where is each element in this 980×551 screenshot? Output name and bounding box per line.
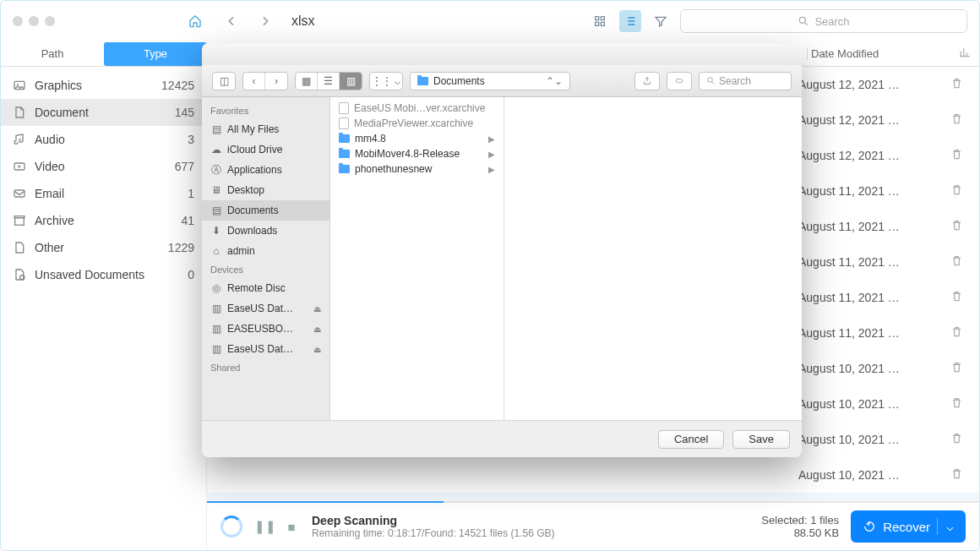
location-select[interactable]: Documents ⌃⌄ (410, 72, 570, 90)
recover-menu[interactable]: ⌵ (937, 518, 954, 535)
list-item[interactable]: mm4.8▶ (330, 131, 504, 146)
location-label: Documents (433, 75, 485, 87)
section-header: Devices (202, 261, 329, 278)
doc-icon (13, 106, 26, 119)
status-bar: ❚❚ ■ Deep Scanning Remaining time: 0:18:… (207, 501, 979, 550)
arch-icon (13, 214, 26, 227)
svg-rect-7 (676, 79, 683, 82)
nav-forward[interactable] (254, 10, 276, 32)
list-item[interactable]: MobiMover4.8-Release▶ (330, 146, 504, 161)
category-unsaved-documents[interactable]: Unsaved Documents0 (1, 261, 206, 288)
delete-icon[interactable] (942, 183, 971, 199)
section-header: Favorites (202, 102, 329, 119)
grid-icon (593, 14, 607, 28)
list-item[interactable]: EaseUS Mobi…ver.xcarchive (330, 101, 504, 116)
delete-icon[interactable] (942, 290, 971, 305)
category-other[interactable]: Other1229 (1, 234, 206, 261)
grid-view-button[interactable] (589, 10, 611, 32)
eject-icon[interactable]: ⏏ (313, 325, 321, 334)
fav-applications[interactable]: ⒶApplications (202, 160, 329, 180)
view-icons[interactable]: ▦ (296, 73, 318, 90)
eject-icon[interactable]: ⏏ (313, 345, 321, 354)
dialog-titlebar[interactable] (202, 43, 802, 65)
folder-icon (339, 165, 350, 173)
delete-icon[interactable] (942, 396, 971, 412)
recover-icon (863, 520, 876, 533)
dialog-search[interactable]: Search (699, 72, 792, 90)
col-date-modified[interactable]: Date Modified (807, 47, 950, 60)
fav-icloud-drive[interactable]: ☁iCloud Drive (202, 139, 329, 160)
audio-icon (13, 133, 26, 146)
share-button[interactable] (634, 72, 660, 90)
sidebar-toggle[interactable]: ◫ (212, 72, 236, 90)
col-chart-icon[interactable] (950, 46, 979, 61)
fav-all-my-files[interactable]: ▤All My Files (202, 119, 329, 139)
category-graphics[interactable]: Graphics12425 (1, 72, 206, 99)
hdd-icon: ▥ (210, 323, 222, 335)
cloud-icon: ☁ (210, 144, 222, 155)
delete-icon[interactable] (942, 361, 971, 376)
device-item[interactable]: ◎Remote Disc (202, 278, 329, 298)
filter-button[interactable] (650, 10, 672, 32)
category-email[interactable]: Email1 (1, 180, 206, 207)
disc-icon: ◎ (210, 282, 222, 294)
chevron-right-icon: ▶ (488, 150, 495, 159)
chevron-right-icon (259, 14, 272, 28)
delete-icon[interactable] (942, 432, 971, 447)
minimize-dot[interactable] (29, 16, 39, 26)
search-box[interactable]: Search (680, 9, 967, 33)
close-dot[interactable] (13, 16, 23, 26)
eject-icon[interactable]: ⏏ (313, 304, 321, 314)
file-row[interactable]: August 10, 2021 … (207, 457, 979, 493)
view-list[interactable]: ☰ (318, 73, 340, 90)
recover-button[interactable]: Recover ⌵ (851, 510, 966, 543)
view-columns[interactable]: ▥ (340, 73, 362, 90)
search-icon (798, 15, 809, 27)
cancel-button[interactable]: Cancel (658, 430, 724, 449)
delete-icon[interactable] (942, 467, 971, 483)
category-archive[interactable]: Archive41 (1, 207, 206, 234)
delete-icon[interactable] (942, 112, 971, 128)
device-item[interactable]: ▥EaseUS Dat…⏏ (202, 339, 329, 359)
delete-icon[interactable] (942, 325, 971, 341)
device-item[interactable]: ▥EaseUS Dat…⏏ (202, 298, 329, 319)
list-item[interactable]: phonethunesnew▶ (330, 161, 504, 177)
stop-button[interactable]: ■ (283, 520, 300, 534)
dialog-toolbar: ◫ ‹ › ▦ ☰ ▥ ⋮⋮ ⌵ Documents ⌃⌄ Search (202, 65, 802, 97)
delete-icon[interactable] (942, 219, 971, 234)
list-view-button[interactable] (619, 10, 641, 32)
nav-back[interactable] (220, 10, 242, 32)
fav-downloads[interactable]: ⬇Downloads (202, 221, 329, 241)
pause-button[interactable]: ❚❚ (254, 519, 271, 534)
home-icon (188, 14, 202, 28)
zoom-dot[interactable] (45, 16, 55, 26)
file-row-selected[interactable]: ✓admin_admin_2021-07-14 03-27-08000.XLSX… (207, 493, 979, 501)
tab-type[interactable]: Type (104, 42, 207, 66)
fav-documents[interactable]: ▤Documents (202, 200, 329, 221)
home-button[interactable] (183, 9, 207, 33)
device-item[interactable]: ▥EASEUSBO…⏏ (202, 319, 329, 339)
docs-icon: ▤ (210, 205, 222, 216)
page-title: xlsx (291, 14, 315, 29)
category-video[interactable]: Video677 (1, 153, 206, 180)
hdd-icon: ▥ (210, 303, 222, 314)
home-icon: ⌂ (210, 245, 222, 257)
unsav-icon (13, 268, 26, 281)
topbar: xlsx Search (1, 1, 979, 41)
fav-admin[interactable]: ⌂admin (202, 241, 329, 261)
category-audio[interactable]: Audio3 (1, 126, 206, 153)
list-icon (623, 14, 637, 28)
list-item[interactable]: MediaPreViewer.xcarchive (330, 116, 504, 131)
tags-button[interactable] (667, 72, 692, 90)
fav-desktop[interactable]: 🖥Desktop (202, 180, 329, 200)
tab-path[interactable]: Path (1, 42, 104, 66)
dlg-fwd[interactable]: › (265, 73, 287, 90)
window-controls[interactable] (13, 16, 55, 26)
delete-icon[interactable] (942, 77, 971, 92)
save-button[interactable]: Save (732, 430, 790, 449)
arrange-seg[interactable]: ⋮⋮ ⌵ (369, 72, 403, 90)
delete-icon[interactable] (942, 254, 971, 270)
dlg-back[interactable]: ‹ (243, 73, 265, 90)
category-document[interactable]: Document145 (1, 99, 206, 126)
delete-icon[interactable] (942, 148, 971, 163)
